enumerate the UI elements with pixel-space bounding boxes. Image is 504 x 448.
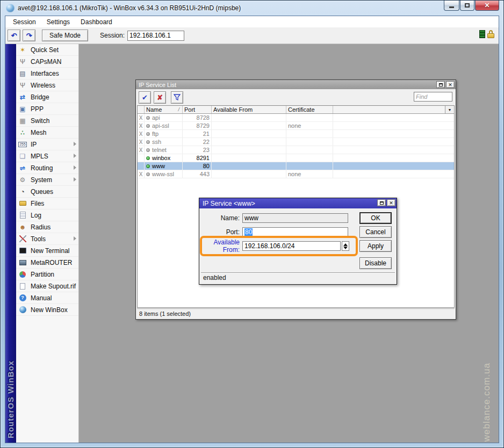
sidebar-item-metarouter[interactable]: MetaROUTER	[16, 257, 78, 269]
flag-column-header[interactable]	[138, 106, 145, 113]
sidebar-item-interfaces[interactable]: ▤Interfaces	[16, 68, 78, 80]
menu-dashboard[interactable]: Dashboard	[75, 17, 118, 27]
sidebar-item-new-winbox[interactable]: New WinBox	[16, 304, 78, 316]
certificate-cell	[286, 130, 333, 138]
redo-button[interactable]: ↷	[23, 30, 35, 41]
menubar: Session Settings Dashboard	[5, 16, 499, 27]
safe-mode-button[interactable]: Safe Mode	[42, 30, 88, 41]
close-button[interactable]: ✕	[387, 199, 395, 206]
sidebar-item-queues[interactable]: ◔Queues	[16, 186, 78, 198]
certificate-cell	[286, 154, 333, 162]
dialog-titlebar[interactable]: IP Service <www> ✕	[199, 198, 397, 208]
session-input[interactable]	[127, 31, 184, 41]
sidebar-item-make-supout[interactable]: Make Supout.rif	[16, 280, 78, 292]
sidebar-item-mesh[interactable]: ∴Mesh	[16, 127, 78, 139]
sidebar-item-tools[interactable]: Tools	[16, 233, 78, 245]
pie-chart-icon	[18, 270, 27, 279]
sidebar-item-label: Files	[31, 200, 44, 207]
apply-button[interactable]: Apply	[359, 240, 392, 252]
column-options-button[interactable]: ▼	[445, 106, 454, 113]
sidebar-item-system[interactable]: ⚙System	[16, 174, 78, 186]
sidebar-item-log[interactable]: Log	[16, 209, 78, 221]
service-name-cell: ssh	[145, 138, 183, 146]
close-icon: ✕	[389, 200, 393, 206]
disabled-flag: X	[138, 114, 145, 121]
ok-button[interactable]: OK	[359, 212, 392, 224]
submenu-arrow-icon	[74, 236, 76, 241]
app-titlebar[interactable]: avet@192.168.106.1 (MikroTik) - WinBox v…	[1, 1, 503, 16]
close-button[interactable]: ✕	[475, 1, 499, 11]
sidebar-item-files[interactable]: Files	[16, 198, 78, 209]
sidebar-item-partition[interactable]: Partition	[16, 269, 78, 280]
service-status-dot-icon	[146, 124, 150, 128]
sidebar-item-quick-set[interactable]: ✶Quick Set	[16, 44, 78, 56]
menu-settings[interactable]: Settings	[41, 17, 75, 27]
port-column-header[interactable]: Port	[183, 106, 212, 113]
ip-service-www-dialog: IP Service <www> ✕ Name: Port: 80	[199, 198, 397, 285]
table-row[interactable]: X telnet 23	[138, 146, 454, 154]
ip-service-list-titlebar[interactable]: IP Service List ✕	[136, 80, 456, 89]
table-row[interactable]: X www-ssl 443 none	[138, 170, 454, 178]
sidebar-item-label: Partition	[31, 271, 54, 278]
table-row[interactable]: X ssh 22	[138, 138, 454, 146]
certificate-column-header[interactable]: Certificate	[286, 106, 333, 113]
service-name-cell: winbox	[145, 154, 183, 162]
sidebar-item-routing[interactable]: ⇌Routing	[16, 162, 78, 174]
sidebar-item-switch[interactable]: ▦Switch	[16, 115, 78, 127]
table-row-selected[interactable]: www 80	[138, 162, 454, 170]
secure-lock-icon	[487, 30, 494, 38]
sidebar-item-radius[interactable]: ☻Radius	[16, 221, 78, 233]
sidebar-item-label: Log	[31, 212, 41, 219]
workspace: IP Service List ✕ ✔ ✘	[79, 44, 499, 443]
sidebar-item-ppp[interactable]: ▣PPP	[16, 103, 78, 115]
minimize-button[interactable]	[444, 1, 459, 11]
sidebar-item-label: New WinBox	[31, 306, 68, 314]
sidebar-item-label: Mesh	[31, 129, 46, 136]
port-field[interactable]: 80	[242, 227, 348, 237]
maximize-button[interactable]	[436, 81, 445, 88]
table-row[interactable]: winbox 8291	[138, 154, 454, 162]
available-from-field[interactable]	[242, 241, 341, 251]
table-row[interactable]: X api-ssl 8729 none	[138, 122, 454, 130]
name-field[interactable]	[242, 213, 348, 223]
sidebar-item-bridge[interactable]: ⇄Bridge	[16, 91, 78, 103]
disabled-flag: X	[138, 130, 145, 138]
table-row[interactable]: X api 8728	[138, 114, 454, 122]
name-column-header[interactable]: Name/	[145, 106, 183, 113]
sidebar-item-mpls[interactable]: ❏MPLS	[16, 150, 78, 162]
available-from-column-header[interactable]: Available From	[212, 106, 286, 113]
enable-service-button[interactable]: ✔	[139, 91, 151, 104]
sidebar-item-wireless[interactable]: ΨWireless	[16, 80, 78, 91]
maximize-button[interactable]	[377, 199, 386, 206]
close-button[interactable]: ✕	[446, 81, 455, 88]
sidebar-item-capsman[interactable]: ΨCAPsMAN	[16, 56, 78, 68]
find-input[interactable]	[414, 92, 452, 102]
app-title: avet@192.168.106.1 (MikroTik) - WinBox v…	[18, 4, 241, 12]
undo-button[interactable]: ↶	[8, 30, 20, 41]
disable-service-button[interactable]: ✘	[154, 91, 166, 104]
sidebar-item-manual[interactable]: ?Manual	[16, 292, 78, 304]
available-from-cell	[212, 170, 286, 178]
port-label: Port:	[199, 228, 242, 236]
sidebar-item-new-terminal[interactable]: New Terminal	[16, 245, 78, 257]
disabled-flag	[138, 162, 145, 170]
terminal-icon	[18, 247, 27, 255]
maximize-button[interactable]	[460, 1, 474, 11]
cancel-button[interactable]: Cancel	[359, 226, 392, 238]
add-remove-entry-stepper[interactable]	[342, 241, 349, 251]
antenna-icon: Ψ	[18, 57, 27, 66]
service-port-cell: 8291	[183, 154, 212, 162]
switch-icon: ▦	[18, 117, 27, 125]
table-row[interactable]: X ftp 21	[138, 130, 454, 138]
service-name-cell: api-ssl	[145, 122, 183, 129]
disable-button[interactable]: Disable	[359, 257, 392, 269]
sidebar-item-label: Routing	[31, 164, 53, 172]
service-status-dot-icon	[146, 172, 150, 176]
sidebar-item-ip[interactable]: 255IP	[16, 139, 78, 150]
menu-session[interactable]: Session	[8, 17, 41, 27]
available-from-cell	[212, 146, 286, 154]
session-label: Session:	[100, 32, 125, 39]
service-name-cell: www	[145, 162, 183, 170]
sidebar-item-label: Wireless	[31, 82, 55, 89]
filter-button[interactable]	[171, 91, 183, 104]
